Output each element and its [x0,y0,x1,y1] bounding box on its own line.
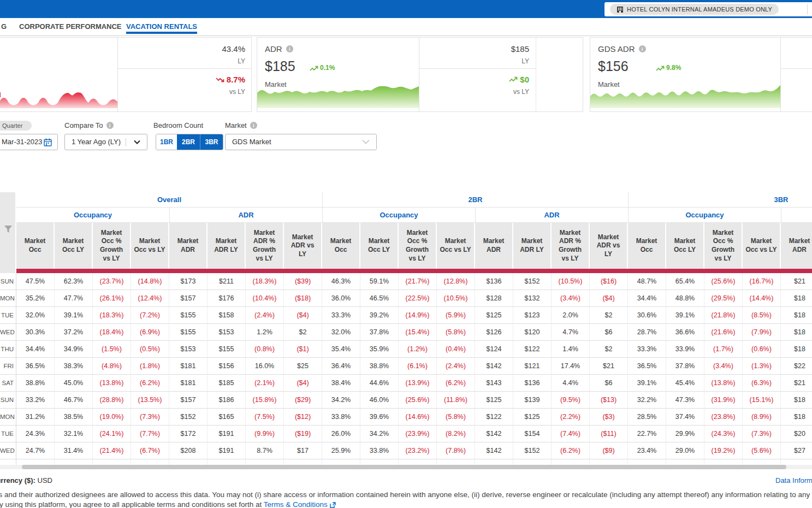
panel-divider [118,68,252,69]
table-cell: (0.8%) [246,341,284,358]
bedroom-option-2br[interactable]: 2BR [177,134,200,150]
legal-line2-prefix: By using this platform, you agree to all… [0,500,262,508]
adr-value: $185 [265,58,295,74]
tab-corporate-performance[interactable]: CORPORATE PERFORMANCE [19,18,122,36]
table-cell: $2 [284,324,322,341]
table-cell: (2.1%) [246,375,284,392]
table-cell: $6 [590,324,628,341]
kpi-card-gds-adr: GDS ADR $156 9.8% Market [590,37,812,112]
table-cell: (23.2%) [399,442,437,459]
table-cell: 4.4% [552,375,590,392]
chevron-down-icon [134,140,140,144]
table-cell: (24.3%) [704,426,743,442]
info-icon[interactable] [639,45,646,52]
tab-clipped-fragment[interactable]: G [1,18,7,36]
table-cell: (6.2%) [131,375,169,392]
table-cell: $172 [169,426,208,442]
table-cell: $142 [475,442,513,459]
occupancy-vs-ly-label: vs LY [229,88,245,96]
adr-vs-ly-label: vs LY [513,88,529,96]
table-cell: $211 [208,273,246,290]
table-cell: $176 [208,290,246,307]
table-cell: $155 [169,324,208,341]
table-cell: (9.9%) [246,426,284,442]
table-cell: $125 [475,392,513,409]
table-cell: $181 [169,358,208,375]
table-cell: 32.1% [55,426,93,442]
table-cell: 34.2% [322,392,360,409]
hotel-selector[interactable]: HOTEL COLYN INTERNAL AMADEUS DEMO ONLY ⌄ [604,2,812,16]
column-header: Market ADR % Growth vs LY [552,223,590,269]
table-cell: $21 [781,375,812,392]
table-cell: 48.8% [666,290,704,307]
table-cell: 38.8% [16,375,55,392]
group-header-2br: 2BR [322,192,628,208]
table-cell: (2.4%) [246,307,284,324]
performance-table: Overall2BR3BR OccupancyADROccupancyADROc… [0,192,812,469]
table-cell: 29.0% [666,442,704,459]
row-day-label: SUN [0,273,16,290]
currency-value: USD [38,476,52,485]
table-cell: 47.3% [666,392,704,409]
table-cell: (1.3%) [743,358,781,375]
calendar-icon[interactable] [44,138,52,146]
column-header: Market ADR LY [208,223,246,269]
table-cell: $156 [208,358,246,375]
row-day-label: MON [0,409,16,426]
table-cell: 33.8% [360,442,399,459]
table-cell: 33.3% [628,341,666,358]
bedroom-option-3br[interactable]: 3BR [200,134,223,150]
table-cell: (21.6%) [704,324,743,341]
compare-to-value: 1 Year Ago (LY) [72,138,121,146]
column-header: Market Occ vs LY [437,223,475,269]
compare-to-select[interactable]: 1 Year Ago (LY) [64,134,147,150]
table-cell: $185 [208,375,246,392]
table-cell: (25.6%) [399,392,437,409]
table-cell: 33.3% [322,307,360,324]
table-cell: ($18) [284,290,322,307]
row-day-label: WED [0,442,16,459]
table-cell: (26.1%) [93,290,131,307]
column-header: Market ADR % Growth vs LY [246,223,284,269]
market-label: Market [225,121,257,129]
table-row: WED30.3%37.2%(18.4%)(6.9%)$155$1531.2%$2… [0,324,812,341]
scrollbar-thumb[interactable] [22,465,786,469]
table-cell: (6.1%) [399,358,437,375]
data-information-link[interactable]: Data Inform [775,476,812,485]
quarter-date-input[interactable]: Mar-31-2023 [0,134,58,150]
hotel-pill[interactable]: HOTEL COLYN INTERNAL AMADEUS DEMO ONLY [610,4,779,15]
table-cell: $125 [513,409,552,426]
market-select[interactable]: GDS Market [225,134,377,150]
table-cell: 26.0% [322,426,360,442]
table-cell: $173 [169,273,208,290]
table-cell: 36.5% [16,358,55,375]
table-cell: 36.5% [628,358,666,375]
adr-ly-label: LY [521,57,529,65]
bedroom-option-1br[interactable]: 1BR [156,134,177,150]
table-cell: (5.6%) [743,442,781,459]
filter-funnel-icon[interactable] [4,225,13,233]
currency-indicator: Currency ($): USD [0,476,52,485]
occupancy-vs-ly-value: 8.7% [227,75,245,84]
table-cell: $121 [513,358,552,375]
info-icon[interactable] [250,122,257,129]
table-cell: $2 [590,307,628,324]
table-row: MON35.2%47.7%(26.1%)(12.4%)$157$176(10.4… [0,290,812,307]
table-cell: ($29) [284,392,322,409]
table-cell: ($3) [590,409,628,426]
trend-up-icon [310,66,318,72]
terms-and-conditions-link[interactable]: Terms & Conditions [264,500,328,508]
info-icon[interactable] [286,45,293,52]
column-header: Market ADR [781,223,812,269]
table-cell: (1.7%) [704,341,743,358]
external-link-icon [330,502,336,508]
info-icon[interactable] [106,122,114,129]
table-cell: $181 [169,375,208,392]
table-cell: (7.4%) [552,426,590,442]
table-cell: 39.1% [666,307,704,324]
table-cell: (14.9%) [399,307,437,324]
kpi-card-occupancy: 43.4% LY 8.7% vs LY [0,37,252,112]
tab-vacation-rentals[interactable]: VACATION RENTALS [126,18,197,34]
table-cell: (19.0%) [93,409,131,426]
trend-up-icon [656,66,665,72]
